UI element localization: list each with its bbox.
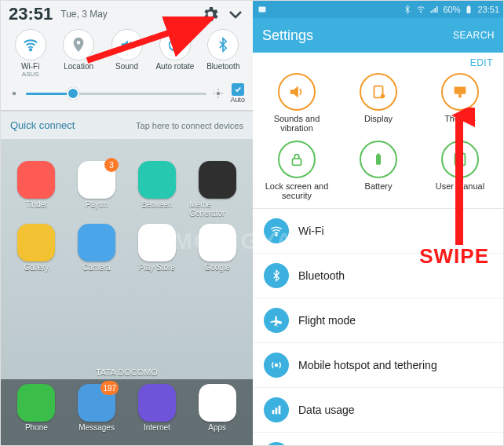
svg-rect-23 [276, 408, 278, 414]
image-indicator-icon [257, 5, 267, 14]
cat-user-manual[interactable]: ? User manual [421, 141, 499, 200]
list-item-sim-manager[interactable]: SIM card manager [253, 433, 504, 446]
svg-point-21 [276, 364, 278, 367]
svg-point-12 [382, 95, 385, 98]
quick-toggle-row: Wi-Fi ASUS Location Sound Auto rotate [1, 26, 253, 79]
quick-connect-bar[interactable]: Quick connect Tap here to connect device… [1, 111, 253, 140]
app-internet[interactable]: Internet [130, 384, 185, 432]
clock-time: 23:51 [9, 4, 53, 24]
quick-toggle-label: Auto rotate [155, 62, 194, 71]
svg-point-20 [276, 234, 277, 236]
svg-rect-13 [455, 87, 466, 94]
list-item-data-usage[interactable]: Data usage [253, 388, 504, 433]
gear-icon[interactable] [201, 5, 220, 24]
svg-rect-24 [279, 406, 281, 415]
battery-status-icon [464, 5, 473, 14]
quick-toggle-label: Wi-Fi [21, 62, 39, 71]
signal-status-icon [429, 5, 439, 14]
battery-percent: 60% [443, 5, 460, 14]
carrier-label: TATA DOCOMO [1, 365, 253, 379]
svg-rect-16 [376, 155, 381, 165]
notification-shade-screen: 23:51 Tue, 3 May Wi-Fi ASUS Loc [1, 1, 253, 445]
page-title: Settings [262, 27, 313, 44]
svg-point-0 [30, 49, 31, 50]
status-time: 23:51 [477, 5, 499, 14]
sun-min-icon [9, 88, 20, 99]
quick-toggle-label: Sound [115, 62, 138, 71]
quick-toggle-sub: ASUS [22, 71, 39, 79]
bluetooth-status-icon [403, 5, 412, 14]
sun-max-icon [213, 88, 224, 99]
app-tinder[interactable]: Tinder [9, 161, 64, 218]
settings-header: Settings SEARCH [253, 18, 504, 53]
svg-rect-15 [293, 159, 301, 165]
notification-badge: 3 [104, 158, 119, 172]
brightness-slider[interactable] [26, 86, 206, 101]
quick-toggle-label: Location [64, 62, 93, 71]
cat-battery[interactable]: Battery [339, 141, 418, 200]
settings-list: Wi-Fi Bluetooth Flight mode Mobile hotsp… [253, 209, 504, 446]
cat-sounds-vibration[interactable]: Sounds and vibration [257, 73, 336, 133]
app-gallery[interactable]: Gallery [9, 224, 64, 272]
app-play-store[interactable]: Play Store [130, 224, 185, 272]
svg-rect-14 [458, 94, 462, 98]
quick-connect-title: Quick connect [10, 119, 75, 131]
auto-label: Auto [230, 96, 245, 104]
clock-date: Tue, 3 May [60, 9, 108, 20]
settings-category-grid: Sounds and vibration Display Themes Lock… [253, 68, 504, 209]
svg-point-8 [421, 11, 422, 12]
brightness-row: Auto [1, 79, 253, 110]
auto-brightness-toggle[interactable]: Auto [230, 83, 245, 104]
quick-connect-hint: Tap here to connect devices [136, 121, 243, 130]
app-messages[interactable]: 197Messages [69, 384, 125, 432]
svg-point-1 [13, 92, 16, 96]
app-camera[interactable]: Camera [69, 224, 125, 272]
notification-badge: 197 [100, 381, 119, 395]
search-button[interactable]: SEARCH [453, 30, 495, 41]
list-item-bluetooth[interactable]: Bluetooth [253, 254, 504, 298]
dock: Phone 197Messages Internet Apps [1, 379, 253, 445]
wifi-status-icon [416, 5, 425, 14]
chevron-down-icon[interactable] [226, 5, 245, 24]
notification-shade: 23:51 Tue, 3 May Wi-Fi ASUS Loc [1, 1, 253, 111]
app-google[interactable]: Google [189, 224, 245, 272]
cat-display[interactable]: Display [339, 73, 418, 133]
quick-toggle-rotate[interactable]: Auto rotate [153, 29, 196, 79]
svg-rect-22 [272, 410, 275, 414]
svg-rect-10 [468, 5, 469, 6]
list-item-flight-mode[interactable]: Flight mode [253, 298, 504, 343]
app-phone[interactable]: Phone [9, 384, 64, 432]
svg-point-2 [217, 92, 221, 96]
quick-toggle-location[interactable]: Location [57, 29, 100, 79]
quick-toggle-label: Bluetooth [206, 62, 239, 71]
status-bar: 60% 23:51 [253, 1, 504, 18]
svg-rect-9 [467, 6, 471, 13]
quick-toggle-wifi[interactable]: Wi-Fi ASUS [9, 29, 52, 79]
cat-lock-security[interactable]: Lock screen and security [257, 141, 336, 200]
settings-screen: 60% 23:51 Settings SEARCH EDIT Sounds an… [253, 1, 504, 445]
app-meme-generator[interactable]: Meme Generator [189, 161, 245, 218]
checkbox-checked-icon [232, 83, 244, 96]
list-item-wifi[interactable]: Wi-Fi [253, 209, 504, 254]
svg-rect-17 [378, 154, 380, 155]
svg-rect-7 [259, 7, 266, 13]
app-apps-drawer[interactable]: Apps [189, 384, 245, 432]
cat-themes[interactable]: Themes [421, 73, 499, 133]
app-between[interactable]: Between [130, 161, 185, 218]
list-item-hotspot[interactable]: Mobile hotspot and tethering [253, 343, 504, 388]
quick-toggle-bluetooth[interactable]: Bluetooth [202, 29, 245, 79]
edit-button[interactable]: EDIT [470, 57, 493, 68]
svg-text:?: ? [458, 156, 462, 164]
app-paytm[interactable]: 3Paytm [69, 161, 125, 218]
quick-toggle-sound[interactable]: Sound [105, 29, 148, 79]
